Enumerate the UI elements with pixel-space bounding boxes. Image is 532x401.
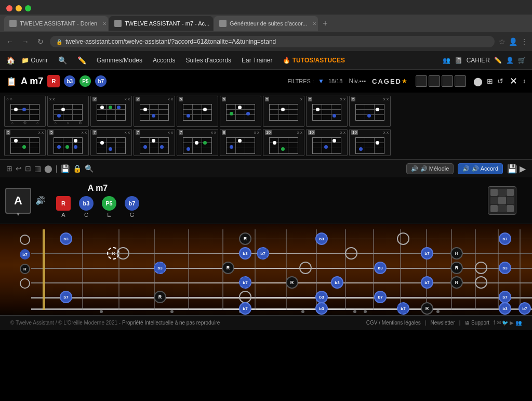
refresh-button[interactable]: ↻ [35,36,46,47]
open-string-4[interactable] [20,278,30,289]
melody-button[interactable]: 🔊 🔊 Mélodie [406,163,454,174]
tab-2[interactable]: TWELVE ASSISTANT - m7 - Ac... ✕ [109,16,213,31]
chord-diagram-8[interactable]: 5 x x [306,96,348,127]
tab-close-3[interactable]: ✕ [312,21,316,27]
fret-note-s4-f7[interactable]: b7 [239,276,251,289]
url-input[interactable]: 🔒 twelve-assistant.com/twelve-assistant/… [50,36,495,47]
fret-note-s5-f16[interactable]: b7 [499,291,511,303]
resize-ctrl-icon[interactable]: ⊡ [25,164,31,173]
pencil-nav-icon[interactable]: ✏️ [494,57,502,64]
menu-icon[interactable]: ⋮ [521,37,528,46]
nav-edit[interactable]: ✏️ [73,54,90,67]
lock-ctrl-icon[interactable]: 🔒 [73,164,82,173]
chord-thumb-diagram[interactable] [488,186,516,215]
fret-note-s5-f9[interactable]: b3 [315,291,328,303]
fret-note-s4-f13[interactable]: b7 [421,276,433,289]
fret-note-s4-f14[interactable]: R [450,276,463,289]
fret-note-s6-f7[interactable]: b7 [239,302,251,315]
nav-gammes[interactable]: Gammes/Modes [92,55,147,66]
accord-button[interactable]: 🔊 🔊 Accord [458,163,503,174]
grid-icon[interactable]: ⊞ [487,77,493,85]
chord-diagram-3[interactable]: 2 x x [90,96,132,127]
fret-note-s2-f10[interactable] [345,247,357,260]
chord-diagram-18[interactable]: 10 x x [349,129,391,156]
fret-note-s3-f15[interactable] [475,262,487,274]
copyright-link[interactable]: Propriété Intellectuelle à ne pas reprod… [122,320,220,326]
chord-diagram-16[interactable]: 10 x x [263,129,304,156]
chord-diagram-10[interactable]: 5 x x [4,129,46,156]
chord-diagram-9[interactable]: 5 x x [349,96,391,127]
person-icon[interactable]: 👤 [506,57,514,64]
fret-note-s4-f10[interactable]: b3 [331,276,343,289]
save-play-icon[interactable]: 💾 [507,164,517,174]
speaker-key-icon[interactable]: 🔊 [35,196,46,205]
fret-note-s2-f13[interactable]: b7 [421,247,433,260]
chord-diagram-11[interactable]: 5 x x [47,129,89,156]
tab-close-1[interactable]: ✕ [102,21,107,27]
chord-diagram-5[interactable]: 5 [177,96,218,127]
chord-note-b3[interactable]: b3 C [79,196,94,218]
chord-diagram-6[interactable]: 5 [220,96,261,127]
maximize-button[interactable] [25,5,31,11]
chord-diagram-13[interactable]: 7 x x [134,129,175,156]
open-string-3[interactable]: R [20,264,30,274]
fret-note-s3-f6[interactable]: R [222,262,234,274]
chord-diagram-1[interactable]: ○ ○ ○®○ [4,96,46,127]
filter-box-1[interactable] [416,75,427,87]
fret-note-s4-f15[interactable] [475,276,487,289]
chord-diagram-17[interactable]: 10 x x [306,129,348,156]
chord-note-p5[interactable]: P5 E [102,196,116,218]
chord-diagram-14[interactable]: 7 x x [177,129,218,156]
chord-diagram-12[interactable]: 7 x x [90,129,132,156]
chord-note-b7[interactable]: b7 G [125,196,139,218]
fret-note-s5-f4[interactable]: R [154,291,166,303]
nav-tutos[interactable]: 🔥 TUTOS/ASTUCES [278,55,349,66]
back-button[interactable]: ← [4,36,16,47]
fret-note-s1-f1[interactable]: b3 [60,232,72,245]
fret-note-s3-f11[interactable]: b3 [374,262,387,274]
search-ctrl-icon[interactable]: 🔍 [85,164,94,173]
close-overlay-button[interactable]: ✕ [510,75,517,87]
open-string-2[interactable]: b7 [20,249,30,260]
fret-note-s6-f9[interactable]: b3 [315,302,328,315]
chord-note-root[interactable]: R A [56,196,71,218]
resize-button[interactable]: ↕ [523,77,526,85]
fret-note-s1-f12[interactable] [397,232,409,245]
undo-icon[interactable]: ↩ [16,164,22,173]
fret-note-s2-f14[interactable]: R [450,247,463,260]
fret-note-s3-f14[interactable]: R [450,262,463,274]
reload-icon[interactable]: ↺ [497,77,503,85]
circle-display-icon[interactable]: ⬤ [44,164,52,173]
fret-note-s1-f16[interactable]: b7 [499,232,511,245]
close-button[interactable] [6,5,12,11]
shop-icon[interactable]: 🛒 [518,57,526,64]
fret-note-s3-f16[interactable]: b3 [499,262,511,274]
chord-diagram-4[interactable]: 2 x x [134,96,175,127]
users-icon[interactable]: 👥 [443,57,450,64]
nav-ear[interactable]: Ear Trainer [237,55,276,66]
circle-icon[interactable]: ⬤ [473,76,483,86]
fret-note-s6-f16[interactable]: b3 [499,302,511,315]
nav-accords[interactable]: Accords [149,55,179,66]
fret-note-s6-f17[interactable]: b7 [518,302,531,315]
chord-diagram-2[interactable]: x x ○○® [47,96,89,127]
fret-note-s2-f7b[interactable]: b7 [257,247,269,260]
filter-box-3[interactable] [442,75,453,87]
fret-range-icon[interactable]: ▥ [34,164,41,173]
home-icon[interactable]: 🏠 [6,56,15,64]
fret-note-s6-f12[interactable]: b7 [397,302,409,315]
support-link[interactable]: 🖥 Support [464,320,489,326]
bookmark-icon[interactable]: ☆ [499,37,506,46]
play-button[interactable]: ▶ [520,164,526,174]
grid-view-icon[interactable]: ⊞ [6,164,12,173]
notebook-icon[interactable]: 📓 [455,57,462,64]
filter-box-4[interactable] [455,75,466,87]
fret-note-s5-f1[interactable]: b7 [60,291,72,303]
fret-note-s2-f3b[interactable] [117,247,129,260]
fret-note-s1-f9[interactable]: b3 [315,232,328,245]
nav-search[interactable]: 🔍 [54,54,71,67]
filter-box-2[interactable] [429,75,440,87]
newsletter-link[interactable]: Newsletter [430,320,455,326]
fret-note-s4-f8[interactable]: R [286,276,298,289]
save-ctrl-icon[interactable]: 💾 [61,164,70,173]
